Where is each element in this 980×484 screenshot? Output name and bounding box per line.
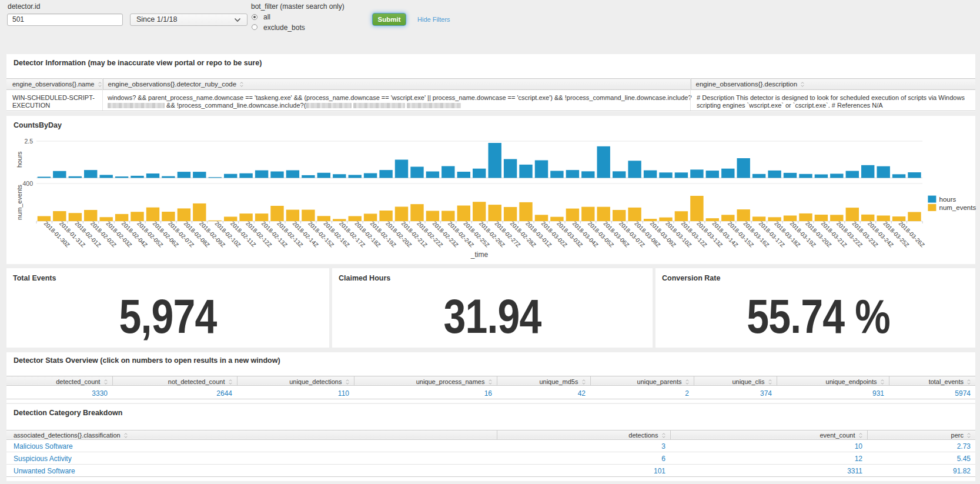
svg-text:num_events: num_events (16, 184, 23, 219)
svg-text:400: 400 (22, 179, 33, 186)
svg-text:hours: hours (939, 195, 956, 202)
svg-text:num_events: num_events (939, 204, 976, 211)
svg-text:hours: hours (16, 151, 23, 167)
svg-text:_time: _time (470, 250, 489, 258)
svg-text:2.5: 2.5 (24, 137, 33, 144)
